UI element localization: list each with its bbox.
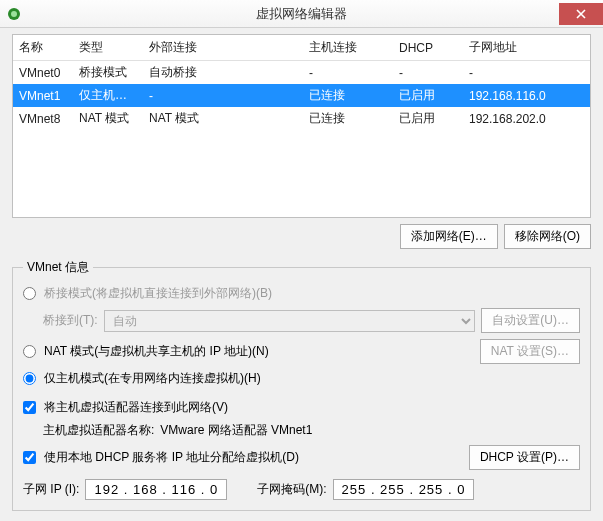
connect-host-label: 将主机虚拟适配器连接到此网络(V) <box>44 399 228 416</box>
table-cell: 已启用 <box>393 107 463 130</box>
hostonly-mode-radio[interactable] <box>23 372 36 385</box>
table-cell: 自动桥接 <box>143 61 303 85</box>
table-header[interactable]: 子网地址 <box>463 35 590 61</box>
host-adapter-name-label: 主机虚拟适配器名称: <box>43 422 154 439</box>
table-cell: 桥接模式 <box>73 61 143 85</box>
table-cell: 仅主机… <box>73 84 143 107</box>
bridge-to-label: 桥接到(T): <box>43 312 98 329</box>
table-cell: - <box>463 61 590 85</box>
table-row[interactable]: VMnet8NAT 模式NAT 模式已连接已启用192.168.202.0 <box>13 107 590 130</box>
vmnet-info-legend: VMnet 信息 <box>23 259 93 276</box>
host-adapter-name-value: VMware 网络适配器 VMnet1 <box>160 422 312 439</box>
table-row[interactable]: VMnet1仅主机…-已连接已启用192.168.116.0 <box>13 84 590 107</box>
table-cell: 192.168.202.0 <box>463 107 590 130</box>
subnet-mask-label: 子网掩码(M): <box>257 481 326 498</box>
bridge-to-select: 自动 <box>104 310 476 332</box>
add-network-button[interactable]: 添加网络(E)… <box>400 224 498 249</box>
bridge-mode-radio[interactable] <box>23 287 36 300</box>
subnet-mask-input[interactable]: 255 . 255 . 255 . 0 <box>333 479 475 500</box>
table-header[interactable]: 外部连接 <box>143 35 303 61</box>
connect-host-checkbox[interactable] <box>23 401 36 414</box>
table-cell: VMnet8 <box>13 107 73 130</box>
nat-mode-radio[interactable] <box>23 345 36 358</box>
content-area: 名称类型外部连接主机连接DHCP子网地址 VMnet0桥接模式自动桥接---VM… <box>0 28 603 521</box>
table-header[interactable]: 主机连接 <box>303 35 393 61</box>
table-header[interactable]: DHCP <box>393 35 463 61</box>
dhcp-setting-button[interactable]: DHCP 设置(P)… <box>469 445 580 470</box>
table-cell: VMnet0 <box>13 61 73 85</box>
title-bar: 虚拟网络编辑器 <box>0 0 603 28</box>
subnet-ip-label: 子网 IP (I): <box>23 481 79 498</box>
bridge-mode-label: 桥接模式(将虚拟机直接连接到外部网络)(B) <box>44 285 272 302</box>
table-cell: - <box>303 61 393 85</box>
hostonly-mode-label: 仅主机模式(在专用网络内连接虚拟机)(H) <box>44 370 261 387</box>
subnet-ip-input[interactable]: 192 . 168 . 116 . 0 <box>85 479 227 500</box>
table-cell: VMnet1 <box>13 84 73 107</box>
table-cell: 已连接 <box>303 107 393 130</box>
use-dhcp-checkbox[interactable] <box>23 451 36 464</box>
table-cell: 192.168.116.0 <box>463 84 590 107</box>
table-header[interactable]: 类型 <box>73 35 143 61</box>
table-cell: - <box>393 61 463 85</box>
table-cell: NAT 模式 <box>143 107 303 130</box>
network-table[interactable]: 名称类型外部连接主机连接DHCP子网地址 VMnet0桥接模式自动桥接---VM… <box>12 34 591 218</box>
auto-setting-button: 自动设置(U)… <box>481 308 580 333</box>
nat-setting-button: NAT 设置(S)… <box>480 339 580 364</box>
table-row[interactable]: VMnet0桥接模式自动桥接--- <box>13 61 590 85</box>
table-cell: 已启用 <box>393 84 463 107</box>
use-dhcp-label: 使用本地 DHCP 服务将 IP 地址分配给虚拟机(D) <box>44 449 299 466</box>
remove-network-button[interactable]: 移除网络(O) <box>504 224 591 249</box>
table-cell: NAT 模式 <box>73 107 143 130</box>
table-cell: - <box>143 84 303 107</box>
window-title: 虚拟网络编辑器 <box>0 5 603 23</box>
vmnet-info-group: VMnet 信息 桥接模式(将虚拟机直接连接到外部网络)(B) 桥接到(T): … <box>12 259 591 511</box>
nat-mode-label: NAT 模式(与虚拟机共享主机的 IP 地址)(N) <box>44 343 269 360</box>
table-header[interactable]: 名称 <box>13 35 73 61</box>
table-cell: 已连接 <box>303 84 393 107</box>
